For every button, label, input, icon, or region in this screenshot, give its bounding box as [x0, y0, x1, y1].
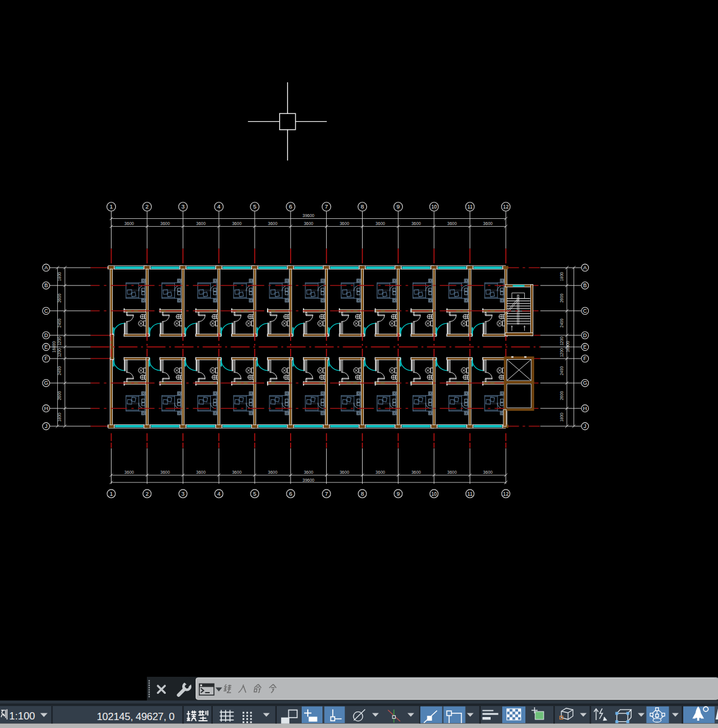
- svg-text:8: 8: [361, 203, 364, 210]
- svg-text:3600: 3600: [196, 470, 206, 474]
- svg-text:1800: 1800: [57, 413, 62, 422]
- svg-text:J: J: [584, 423, 586, 429]
- svg-text:F: F: [583, 355, 587, 362]
- svg-text:3600: 3600: [232, 221, 242, 226]
- svg-text:1800: 1800: [560, 272, 564, 281]
- svg-text:C: C: [44, 308, 48, 314]
- svg-text:2: 2: [146, 203, 149, 210]
- svg-text:1800: 1800: [560, 413, 564, 422]
- svg-text:3600: 3600: [232, 470, 242, 474]
- svg-text:2400: 2400: [560, 366, 564, 376]
- svg-text:3600: 3600: [483, 221, 493, 226]
- svg-text:2600: 2600: [560, 293, 564, 302]
- svg-text:3600: 3600: [411, 221, 421, 226]
- svg-text:3600: 3600: [160, 470, 170, 474]
- svg-text:3600: 3600: [124, 221, 134, 226]
- svg-text:1:100: 1:100: [9, 710, 35, 722]
- svg-text:3600: 3600: [339, 470, 349, 474]
- svg-text:E: E: [44, 344, 48, 350]
- svg-text:7: 7: [325, 203, 328, 210]
- svg-text:1200: 1200: [560, 348, 564, 357]
- svg-text:3600: 3600: [196, 221, 206, 226]
- svg-text:3600: 3600: [268, 221, 278, 226]
- svg-text:4: 4: [217, 490, 220, 497]
- svg-text:2: 2: [146, 490, 149, 497]
- svg-text:G: G: [44, 380, 48, 386]
- svg-text:2400: 2400: [560, 318, 564, 327]
- svg-text:3600: 3600: [339, 221, 349, 226]
- svg-text:3600: 3600: [447, 221, 457, 226]
- svg-text:1: 1: [110, 490, 113, 497]
- svg-text:B: B: [583, 282, 587, 288]
- svg-text:12: 12: [503, 204, 509, 210]
- svg-text:102145, 49627, 0: 102145, 49627, 0: [97, 711, 175, 723]
- svg-text:3600: 3600: [304, 470, 313, 474]
- svg-text:10: 10: [432, 491, 438, 497]
- svg-text:D: D: [583, 332, 587, 338]
- svg-text:16800: 16800: [52, 341, 56, 353]
- svg-text:11: 11: [467, 491, 473, 497]
- svg-text:9: 9: [397, 490, 400, 497]
- svg-text:5: 5: [253, 203, 257, 210]
- svg-text:3600: 3600: [160, 221, 170, 226]
- svg-text:39600: 39600: [302, 478, 315, 482]
- svg-text:1200: 1200: [560, 337, 564, 346]
- svg-text:3600: 3600: [375, 470, 385, 474]
- svg-text:7: 7: [325, 490, 328, 497]
- svg-text:1: 1: [110, 203, 113, 210]
- svg-text:3600: 3600: [124, 470, 134, 474]
- svg-text:2600: 2600: [57, 293, 62, 302]
- svg-text:D: D: [44, 332, 48, 338]
- svg-text:39600: 39600: [302, 213, 315, 218]
- svg-text:4: 4: [217, 203, 221, 210]
- svg-text:B: B: [44, 282, 48, 288]
- svg-text:10: 10: [431, 204, 437, 210]
- svg-text:C: C: [583, 308, 588, 314]
- svg-text:3600: 3600: [268, 470, 278, 474]
- svg-text:2600: 2600: [57, 391, 62, 400]
- svg-text:1800: 1800: [57, 272, 62, 281]
- svg-text:9: 9: [397, 203, 400, 210]
- svg-text:2600: 2600: [560, 391, 564, 400]
- svg-text:3600: 3600: [375, 221, 385, 226]
- svg-text:G: G: [583, 380, 587, 386]
- svg-text:11: 11: [467, 204, 473, 210]
- svg-text:3: 3: [181, 203, 185, 210]
- svg-text:1200: 1200: [57, 348, 62, 357]
- svg-text:8: 8: [361, 490, 364, 497]
- svg-text:6: 6: [289, 203, 293, 210]
- svg-text:6: 6: [289, 490, 292, 497]
- svg-text:H: H: [583, 405, 587, 412]
- svg-text:3: 3: [182, 490, 185, 497]
- svg-text:A: A: [583, 265, 587, 271]
- svg-text:H: H: [44, 405, 48, 412]
- svg-text:2400: 2400: [57, 366, 62, 376]
- svg-text:3600: 3600: [483, 470, 493, 474]
- svg-text:3600: 3600: [304, 221, 313, 226]
- svg-text:3600: 3600: [411, 470, 421, 474]
- svg-text:J: J: [44, 423, 47, 429]
- svg-text:F: F: [44, 355, 48, 362]
- svg-text:16800: 16800: [566, 341, 570, 352]
- svg-text:1200: 1200: [57, 337, 62, 346]
- svg-text:2400: 2400: [57, 318, 62, 327]
- svg-text:A: A: [44, 265, 48, 271]
- svg-text:3600: 3600: [447, 470, 457, 474]
- svg-text:5: 5: [253, 490, 256, 497]
- svg-text:12: 12: [503, 491, 509, 497]
- svg-text:E: E: [583, 344, 587, 350]
